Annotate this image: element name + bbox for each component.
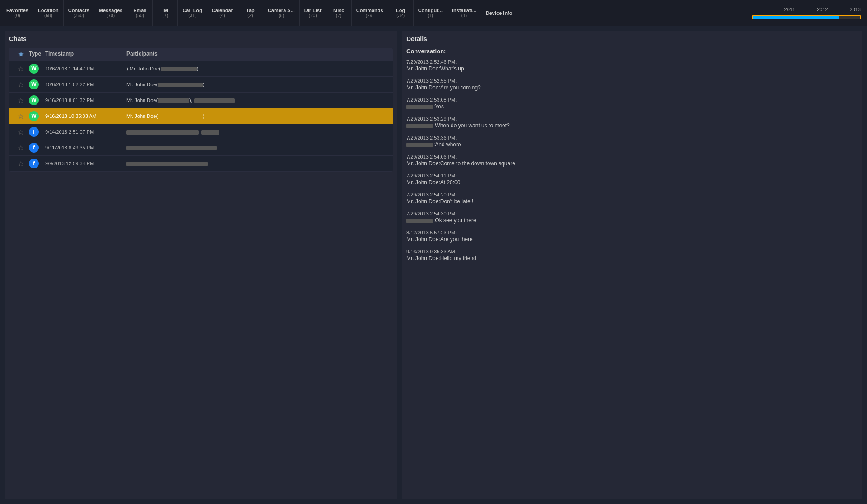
conv-timestamp: 9/16/2013 9:35:33 AM:	[406, 249, 858, 254]
year-bar: 2011 2012 2013	[748, 0, 865, 26]
table-row[interactable]: ☆ W 9/16/2013 8:01:32 PM Mr. John Doe(),	[9, 93, 393, 108]
blurred-sender	[406, 219, 434, 223]
th-participants: Participants	[126, 51, 389, 58]
participants-cell	[126, 129, 389, 135]
type-cell: W	[29, 79, 45, 89]
table-row[interactable]: ☆ f 9/11/2013 8:49:35 PM	[9, 140, 393, 156]
year-progress-fill	[753, 16, 839, 19]
nav-item-install[interactable]: Installati... (1)	[447, 0, 481, 26]
star-cell[interactable]: ☆	[13, 96, 29, 105]
table-header: ★ Type Timestamp Participants	[9, 48, 393, 61]
nav-item-deviceinfo[interactable]: Device Info	[481, 0, 517, 26]
conv-sender: Mr. John Doe	[406, 198, 438, 205]
conversation-entry: 9/16/2013 9:35:33 AM: Mr. John Doe:Hello…	[406, 249, 858, 261]
nav-item-misc[interactable]: Misc (7)	[326, 0, 352, 26]
nav-item-contacts[interactable]: Contacts (360)	[64, 0, 94, 26]
year-labels: 2011 2012 2013	[752, 7, 861, 12]
conversation-entry: 7/29/2013 2:53:08 PM: :Yes	[406, 97, 858, 110]
conv-message: Mr. John Doe:What's up	[406, 65, 858, 72]
star-icon: ☆	[18, 160, 24, 168]
nav-item-commands[interactable]: Commands (29)	[352, 0, 388, 26]
details-panel: Details Conversation: 7/29/2013 2:52:46 …	[402, 31, 862, 499]
type-cell: W	[29, 111, 45, 121]
blurred-participant	[126, 146, 217, 150]
blurred-sender	[406, 105, 434, 109]
star-cell[interactable]: ☆	[13, 159, 29, 168]
nav-item-calendar[interactable]: Calendar (4)	[207, 0, 238, 26]
table-row[interactable]: ☆ f 9/9/2013 12:59:34 PM	[9, 156, 393, 172]
whatsapp-icon: W	[29, 64, 39, 74]
conv-sender: Mr. John Doe	[406, 255, 438, 261]
conv-timestamp: 7/29/2013 2:53:08 PM:	[406, 97, 858, 103]
facebook-icon: f	[29, 159, 39, 168]
star-icon: ☆	[18, 97, 24, 104]
year-progress-bar	[752, 15, 861, 19]
star-cell[interactable]: ☆	[13, 128, 29, 136]
nav-item-tap[interactable]: Tap (2)	[238, 0, 263, 26]
timestamp-cell: 9/16/2013 10:35:33 AM	[45, 113, 126, 119]
nav-item-im[interactable]: IM (7)	[153, 0, 178, 26]
nav-item-log[interactable]: Log (32)	[388, 0, 414, 26]
blurred-participant	[126, 162, 208, 166]
conv-message: Mr. John Doe:At 20:00	[406, 179, 858, 186]
whatsapp-icon: W	[29, 95, 39, 105]
conv-timestamp: 7/29/2013 2:53:36 PM:	[406, 135, 858, 140]
conv-message: Mr. John Doe:Come to the down town squar…	[406, 160, 858, 167]
blurred-participant	[158, 83, 203, 87]
nav-item-cameras[interactable]: Camera S... (6)	[263, 0, 300, 26]
conv-sender: Mr. John Doe	[406, 160, 438, 167]
chats-title: Chats	[9, 35, 393, 42]
th-timestamp: Timestamp	[45, 51, 126, 58]
facebook-icon: f	[29, 143, 39, 153]
nav-items-container: Favorites (0) Location (68) Contacts (36…	[2, 0, 748, 26]
conversation-entry: 7/29/2013 2:52:55 PM: Mr. John Doe:Are y…	[406, 78, 858, 91]
facebook-icon: f	[29, 127, 39, 137]
star-cell[interactable]: ☆	[13, 65, 29, 73]
main-layout: Chats ★ Type Timestamp Participants ☆ W …	[0, 26, 867, 504]
conv-message: :Ok see you there	[406, 217, 858, 224]
conv-message: :And where	[406, 141, 858, 148]
participants-cell: Mr. John Doe(),	[126, 98, 389, 103]
conv-timestamp: 7/29/2013 2:54:06 PM:	[406, 154, 858, 159]
table-row[interactable]: ☆ W 10/6/2013 1:02:22 PM Mr. John Doe()	[9, 77, 393, 93]
conv-message: When do you want us to meet?	[406, 122, 858, 129]
table-row[interactable]: ☆ W 10/6/2013 1:14:47 PM ),Mr. John Doe(…	[9, 61, 393, 77]
chat-table: ★ Type Timestamp Participants ☆ W 10/6/2…	[9, 48, 393, 172]
nav-item-messages[interactable]: Messages (70)	[94, 0, 128, 26]
conversation-list: 7/29/2013 2:52:46 PM: Mr. John Doe:What'…	[406, 59, 858, 495]
blurred-sender	[406, 143, 434, 147]
type-cell: f	[29, 127, 45, 137]
table-row-selected[interactable]: ☆ W 9/16/2013 10:35:33 AM Mr. John Doe()	[9, 108, 393, 124]
conv-message: Mr. John Doe:Don't be late!!	[406, 198, 858, 205]
conv-timestamp: 8/12/2013 5:57:23 PM:	[406, 230, 858, 235]
nav-item-location[interactable]: Location (68)	[33, 0, 64, 26]
nav-item-email[interactable]: Email (50)	[127, 0, 153, 26]
participants-cell: ),Mr. John Doe()	[126, 66, 389, 71]
nav-item-favorites[interactable]: Favorites (0)	[2, 0, 33, 26]
star-icon: ☆	[18, 112, 24, 120]
nav-item-calllog[interactable]: Call Log (31)	[178, 0, 207, 26]
star-cell[interactable]: ☆	[13, 80, 29, 89]
participants-cell	[126, 161, 389, 166]
star-icon: ☆	[18, 128, 24, 136]
th-type: Type	[29, 51, 45, 58]
blurred-participant2	[194, 98, 235, 103]
th-star: ★	[13, 51, 29, 58]
conversation-entry: 7/29/2013 2:54:11 PM: Mr. John Doe:At 20…	[406, 173, 858, 186]
type-cell: f	[29, 143, 45, 153]
nav-item-dirlist[interactable]: Dir List (20)	[300, 0, 326, 26]
type-cell: f	[29, 159, 45, 168]
star-cell[interactable]: ☆	[13, 112, 29, 121]
conversation-entry: 7/29/2013 2:52:46 PM: Mr. John Doe:What'…	[406, 59, 858, 72]
nav-item-config[interactable]: Configur... (1)	[414, 0, 447, 26]
type-cell: W	[29, 95, 45, 105]
conv-message: Mr. John Doe:Hello my friend	[406, 255, 858, 261]
table-row[interactable]: ☆ f 9/14/2013 2:51:07 PM	[9, 124, 393, 140]
star-icon: ☆	[18, 65, 24, 73]
chats-panel: Chats ★ Type Timestamp Participants ☆ W …	[5, 31, 397, 499]
conv-sender: Mr. John Doe	[406, 65, 438, 72]
blurred-sender	[406, 124, 434, 128]
star-cell[interactable]: ☆	[13, 144, 29, 152]
star-icon: ☆	[18, 81, 24, 89]
timestamp-cell: 10/6/2013 1:02:22 PM	[45, 82, 126, 87]
